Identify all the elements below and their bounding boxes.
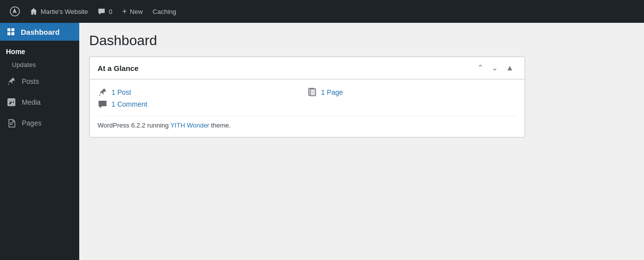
version-prefix: WordPress 6.2.2 running bbox=[98, 122, 170, 129]
media-label: Media bbox=[22, 98, 41, 106]
theme-link[interactable]: YITH Wonder bbox=[170, 122, 210, 129]
collapse-up-button[interactable]: ⌃ bbox=[474, 62, 486, 74]
sidebar-item-home[interactable]: Home bbox=[0, 41, 79, 59]
widget-title: At a Glance bbox=[98, 64, 139, 72]
sidebar-item-dashboard[interactable]: Dashboard bbox=[0, 23, 79, 41]
admin-bar: Martie's Website 0 + New Caching bbox=[0, 0, 644, 23]
pages-label: Pages bbox=[22, 119, 42, 127]
new-label: New bbox=[130, 8, 143, 15]
posts-icon bbox=[6, 76, 17, 87]
main-content: Dashboard At a Glance ⌃ ⌄ ▲ bbox=[79, 23, 644, 260]
comment-icon bbox=[98, 99, 107, 109]
wp-logo-button[interactable] bbox=[5, 0, 25, 23]
glance-stats-grid: 1 Post 1 Page bbox=[98, 87, 517, 109]
svg-rect-1 bbox=[10, 124, 12, 125]
glance-pages: 1 Page bbox=[307, 87, 517, 97]
post-icon bbox=[98, 87, 107, 97]
comments-count-link[interactable]: 1 Comment bbox=[111, 100, 147, 108]
svg-rect-0 bbox=[10, 123, 13, 124]
hide-button[interactable]: ▲ bbox=[503, 62, 517, 74]
sidebar-item-posts[interactable]: Posts bbox=[0, 71, 79, 92]
sidebar-item-pages[interactable]: Pages bbox=[0, 113, 79, 133]
caching-label: Caching bbox=[153, 8, 176, 15]
dashboard-label: Dashboard bbox=[21, 28, 59, 36]
page-icon bbox=[307, 87, 317, 97]
collapse-down-button[interactable]: ⌄ bbox=[488, 62, 501, 74]
comments-button[interactable]: 0 bbox=[93, 0, 117, 23]
widget-body: 1 Post 1 Page bbox=[90, 79, 525, 137]
plus-icon: + bbox=[122, 7, 127, 16]
glance-comments: 1 Comment bbox=[98, 99, 307, 109]
posts-count-link[interactable]: 1 Post bbox=[111, 88, 131, 96]
comments-icon bbox=[98, 7, 106, 15]
home-icon bbox=[30, 7, 38, 15]
admin-sidebar: Dashboard Home Updates Posts bbox=[0, 23, 79, 260]
pin-svg bbox=[98, 87, 107, 97]
pages-icon bbox=[6, 118, 17, 129]
page-svg bbox=[307, 87, 317, 97]
svg-rect-3 bbox=[310, 89, 316, 96]
wp-logo-icon bbox=[10, 6, 20, 16]
widget-header: At a Glance ⌃ ⌄ ▲ bbox=[90, 57, 525, 79]
wp-version-text: WordPress 6.2.2 running YITH Wonder them… bbox=[98, 116, 517, 129]
caching-button[interactable]: Caching bbox=[148, 0, 181, 23]
home-label: Home bbox=[6, 48, 25, 56]
pages-count-link[interactable]: 1 Page bbox=[321, 88, 343, 96]
version-suffix: theme. bbox=[209, 122, 230, 129]
comments-count: 0 bbox=[108, 8, 112, 15]
widget-controls: ⌃ ⌄ ▲ bbox=[474, 62, 517, 74]
sidebar-item-updates[interactable]: Updates bbox=[0, 59, 79, 71]
sidebar-item-media[interactable]: Media bbox=[0, 92, 79, 113]
dashboard-icon bbox=[6, 27, 16, 37]
at-a-glance-widget: At a Glance ⌃ ⌄ ▲ 1 P bbox=[89, 57, 525, 137]
comment-svg bbox=[98, 99, 107, 109]
pushpin-svg bbox=[6, 76, 16, 86]
pages-svg bbox=[6, 118, 16, 128]
posts-label: Posts bbox=[22, 77, 39, 85]
wp-wrap: Dashboard Home Updates Posts bbox=[0, 23, 644, 260]
page-title: Dashboard bbox=[89, 33, 634, 49]
new-content-button[interactable]: + New bbox=[117, 0, 148, 23]
site-name-button[interactable]: Martie's Website bbox=[25, 0, 93, 23]
media-svg bbox=[6, 97, 16, 107]
media-icon bbox=[6, 97, 17, 108]
updates-label: Updates bbox=[12, 61, 36, 68]
glance-posts: 1 Post bbox=[98, 87, 307, 97]
site-name-label: Martie's Website bbox=[41, 8, 88, 15]
